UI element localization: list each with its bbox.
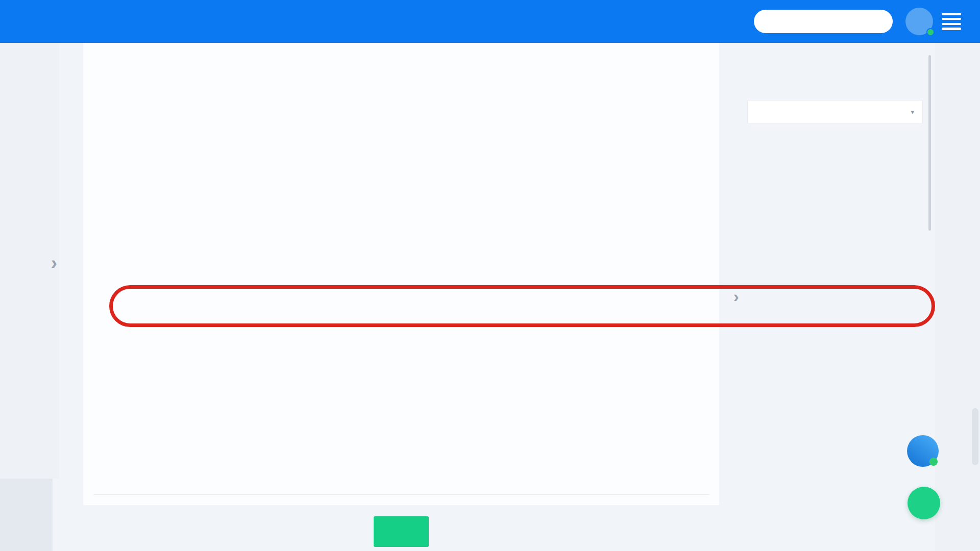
search-input[interactable]	[754, 10, 893, 33]
bottom-left-toolbar	[0, 479, 53, 551]
save-button[interactable]	[374, 516, 429, 547]
chevron-down-icon: ▾	[911, 108, 914, 116]
topbar	[0, 0, 980, 43]
left-sidebar	[0, 43, 59, 479]
admin-scrollbar[interactable]	[928, 55, 931, 231]
panel-collapse-chevron-icon[interactable]: ›	[733, 287, 739, 306]
jump-to-setting-dropdown[interactable]: ▾	[747, 100, 923, 124]
chat-button[interactable]	[907, 435, 939, 467]
add-button[interactable]	[908, 487, 940, 519]
right-icon-rail	[935, 43, 980, 551]
avatar[interactable]	[905, 8, 933, 35]
administration-panel: ▾	[747, 43, 932, 551]
chat-online-dot	[929, 458, 938, 466]
sidebar-expand-chevron-icon[interactable]: ›	[51, 253, 57, 274]
online-status-dot	[926, 28, 935, 36]
permissions-table	[83, 43, 719, 505]
hamburger-menu-icon[interactable]	[942, 13, 961, 30]
page-scrollbar[interactable]	[972, 408, 978, 465]
table-bottom-divider	[93, 494, 709, 495]
